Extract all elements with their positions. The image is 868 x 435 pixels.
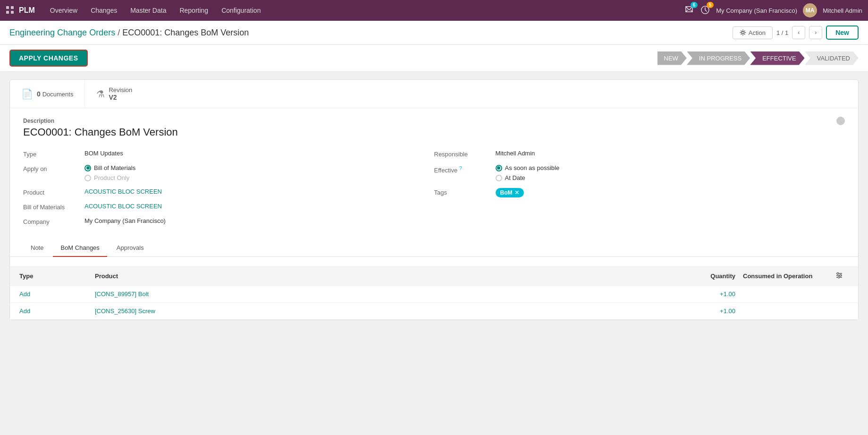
row1-qty: +1.00 xyxy=(679,290,735,298)
type-label: Type xyxy=(23,150,84,158)
pager-text: 1 / 1 xyxy=(776,29,788,36)
status-step-effective[interactable]: EFFECTIVE xyxy=(750,51,805,65)
description-label: Description xyxy=(23,118,845,124)
tag-bom-remove[interactable]: ✕ xyxy=(514,189,519,196)
revision-value: V2 xyxy=(109,94,132,101)
applyon-bom[interactable]: Bill of Materials xyxy=(84,164,135,171)
form-row-company: Company My Company (San Francisco) xyxy=(23,217,434,225)
main-content: 📄 0 Documents ⚗ Revision V2 Description … xyxy=(0,72,868,335)
col-header-type: Type xyxy=(19,273,95,280)
effective-label: Effective ? xyxy=(434,164,496,174)
gear-icon xyxy=(740,29,746,36)
svg-rect-2 xyxy=(6,11,9,14)
tab-note[interactable]: Note xyxy=(23,239,51,257)
menu-overview[interactable]: Overview xyxy=(44,4,83,17)
form-col-right: Responsible Mitchell Admin Effective ? A… xyxy=(434,150,845,232)
new-button[interactable]: New xyxy=(826,26,859,40)
tags-label: Tags xyxy=(434,188,496,196)
messages-icon[interactable]: 6 xyxy=(684,5,694,17)
form-title: ECO0001: Changes BoM Version xyxy=(23,126,845,138)
documents-item[interactable]: 📄 0 Documents xyxy=(10,80,85,108)
type-value: BOM Updates xyxy=(84,150,123,157)
status-step-inprogress[interactable]: IN PROGRESS xyxy=(687,51,750,65)
menu-masterdata[interactable]: Master Data xyxy=(125,4,172,17)
status-step-validated[interactable]: VALIDATED xyxy=(805,51,859,65)
effective-atdate-label: At Date xyxy=(505,174,525,181)
tab-bom-changes[interactable]: BoM Changes xyxy=(53,239,107,257)
row1-product: [CONS_89957] Bolt xyxy=(95,290,679,298)
menu-reporting[interactable]: Reporting xyxy=(174,4,214,17)
form-row-tags: Tags BoM ✕ xyxy=(434,188,845,197)
bom-label: Bill of Materials xyxy=(23,203,84,211)
applyon-product[interactable]: Product Only xyxy=(84,174,135,181)
activities-icon[interactable]: 5 xyxy=(700,5,710,17)
form-row-type: Type BOM Updates xyxy=(23,150,434,158)
status-step-new[interactable]: NEW xyxy=(657,51,687,65)
svg-point-10 xyxy=(840,274,842,276)
table-row: Add [CONS_89957] Bolt +1.00 xyxy=(10,286,858,303)
breadcrumb-row: Engineering Change Orders / ECO0001: Cha… xyxy=(0,21,868,45)
svg-rect-0 xyxy=(6,6,9,9)
breadcrumb-current: ECO0001: Changes BoM Version xyxy=(122,28,249,37)
tabs-row: Note BoM Changes Approvals xyxy=(10,239,858,257)
col-header-settings[interactable] xyxy=(830,272,849,281)
applyon-options: Bill of Materials Product Only xyxy=(84,164,135,181)
radio-atdate[interactable] xyxy=(496,175,502,181)
form-row-applyon: Apply on Bill of Materials Product Only xyxy=(23,164,434,181)
revision-label: Revision xyxy=(109,86,132,94)
docs-info: 0 Documents xyxy=(37,90,73,98)
form-row-bom: Bill of Materials ACOUSTIC BLOC SCREEN xyxy=(23,203,434,211)
tab-approvals[interactable]: Approvals xyxy=(109,239,152,257)
toggle-circle[interactable] xyxy=(836,117,845,125)
row1-type: Add xyxy=(19,290,95,298)
topnav-right: 6 5 My Company (San Francisco) MA Mitche… xyxy=(684,3,862,17)
flask-icon: ⚗ xyxy=(96,88,105,100)
top-navbar: PLM Overview Changes Master Data Reporti… xyxy=(0,0,868,21)
revision-item[interactable]: ⚗ Revision V2 xyxy=(85,80,143,108)
product-label: Product xyxy=(23,188,84,196)
row2-product-link[interactable]: [CONS_25630] Screw xyxy=(95,307,155,315)
table-header: Type Product Quantity Consumed in Operat… xyxy=(10,266,858,286)
row1-type-link[interactable]: Add xyxy=(19,290,30,298)
docs-count: 0 xyxy=(37,90,41,98)
radio-asap[interactable] xyxy=(496,165,502,171)
menu-configuration[interactable]: Configuration xyxy=(216,4,266,17)
settings-icon xyxy=(835,272,843,279)
form-col-left: Type BOM Updates Apply on Bill of Materi… xyxy=(23,150,434,232)
effective-asap[interactable]: As soon as possible xyxy=(496,164,560,171)
form-section: Description ECO0001: Changes BoM Version… xyxy=(10,108,858,266)
user-avatar[interactable]: MA xyxy=(803,3,817,17)
row1-product-link[interactable]: [CONS_89957] Bolt xyxy=(95,290,149,298)
row2-type-link[interactable]: Add xyxy=(19,307,30,315)
brand-name[interactable]: PLM xyxy=(19,6,35,15)
form-row-product: Product ACOUSTIC BLOC SCREEN xyxy=(23,188,434,196)
row2-type: Add xyxy=(19,307,95,315)
username[interactable]: Mitchell Admin xyxy=(823,7,862,14)
menu-changes[interactable]: Changes xyxy=(85,4,123,17)
svg-rect-3 xyxy=(11,11,14,14)
table-section: Type Product Quantity Consumed in Operat… xyxy=(10,266,858,320)
grid-icon[interactable] xyxy=(6,6,14,16)
effective-asap-label: As soon as possible xyxy=(505,164,560,171)
status-pipeline: NEW IN PROGRESS EFFECTIVE VALIDATED xyxy=(657,51,859,65)
activities-badge: 5 xyxy=(707,2,714,8)
product-value[interactable]: ACOUSTIC BLOC SCREEN xyxy=(84,188,162,195)
form-row-effective: Effective ? As soon as possible At Date xyxy=(434,164,845,181)
effective-help[interactable]: ? xyxy=(459,165,462,171)
bom-value[interactable]: ACOUSTIC BLOC SCREEN xyxy=(84,203,162,210)
revision-info: Revision V2 xyxy=(109,86,132,101)
apply-changes-button[interactable]: APPLY CHANGES xyxy=(9,50,88,67)
company-label: Company xyxy=(23,217,84,225)
docs-label-text: Documents xyxy=(42,91,74,98)
col-header-consumed: Consumed in Operation xyxy=(735,273,830,280)
toolbar: APPLY CHANGES NEW IN PROGRESS EFFECTIVE … xyxy=(0,45,868,72)
pager-prev[interactable]: ‹ xyxy=(792,26,805,39)
effective-options: As soon as possible At Date xyxy=(496,164,560,181)
responsible-value: Mitchell Admin xyxy=(496,150,535,157)
effective-atdate[interactable]: At Date xyxy=(496,174,560,181)
breadcrumb-parent[interactable]: Engineering Change Orders xyxy=(9,28,115,37)
pager-next[interactable]: › xyxy=(809,26,822,39)
radio-bom[interactable] xyxy=(84,165,91,171)
action-button[interactable]: Action xyxy=(733,26,773,39)
radio-product[interactable] xyxy=(84,175,91,181)
